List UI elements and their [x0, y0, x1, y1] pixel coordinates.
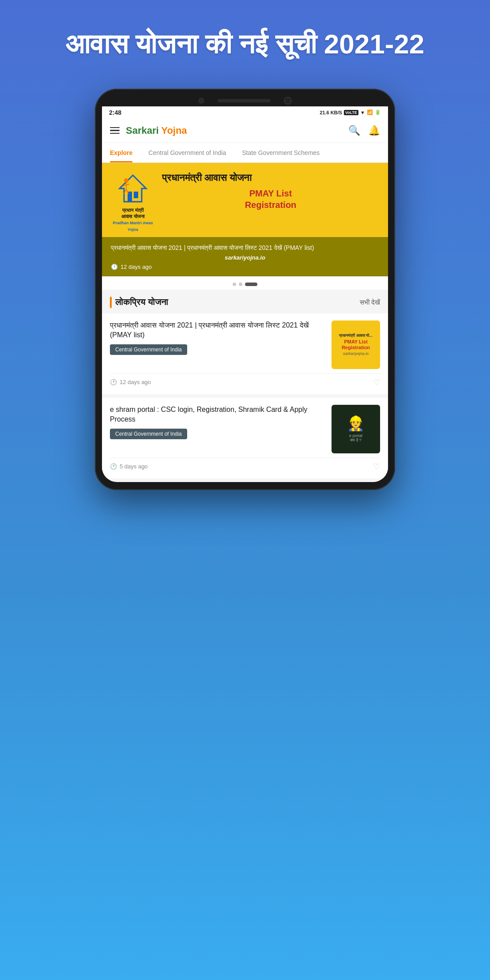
see-all-button[interactable]: सभी देखें: [360, 298, 380, 306]
banner-logo-hindi-text: प्रधान मंत्रीआवास योजना Pradhan Mantri A…: [111, 207, 155, 233]
card-shram-time: 🕐 5 days ago: [110, 463, 148, 470]
card-shram[interactable]: e shram portal : CSC login, Registration…: [102, 398, 388, 479]
card-shram-thumbnail: 👷 e portalक्या है ?: [332, 405, 380, 453]
logo-yojna: Yojna: [159, 125, 187, 136]
thumb-mini-hindi: प्रधानमंत्री आवास यो...: [339, 333, 373, 338]
tab-explore[interactable]: Explore: [102, 143, 140, 162]
pmay-logo-icon: [115, 172, 151, 207]
card-shram-footer: 🕐 5 days ago ♡: [110, 458, 380, 471]
pmay-registration-text: PMAY List Registration: [162, 188, 379, 211]
banner-main-title: प्रधानमंत्री आवास योजना: [162, 172, 379, 185]
hamburger-line-1: [110, 127, 120, 128]
clock-icon: 🕐: [111, 264, 118, 270]
banner-logo-eng-text: Pradhan Mantri Awas Yojna: [113, 221, 153, 232]
banner-site-url: sarkariyojna.io: [111, 254, 379, 261]
banner-dark-section: प्रधानमंत्री आवास योजना 2021 | प्रधानमंत…: [102, 237, 388, 276]
carousel-dot-1[interactable]: [233, 283, 236, 286]
card-shram-inner: e shram portal : CSC login, Registration…: [110, 405, 380, 453]
search-icon[interactable]: 🔍: [348, 125, 360, 136]
app-header: Sarkari Yojna 🔍 🔔: [102, 119, 388, 143]
card-pmay-tag[interactable]: Central Government of India: [110, 344, 187, 355]
status-time: 2:48: [109, 109, 121, 116]
carousel-dots: [102, 276, 388, 290]
carousel-dot-2[interactable]: [239, 283, 242, 286]
tab-state-government[interactable]: State Government Schemes: [234, 143, 328, 162]
status-icons: 21.6 KB/S VoLTE ▼ 📶 🔋: [320, 109, 381, 115]
card-pmay-time: 🕐 12 days ago: [110, 379, 151, 385]
card-pmay-heart-icon[interactable]: ♡: [373, 377, 380, 387]
navigation-tabs: Explore Central Government of India Stat…: [102, 143, 388, 163]
thumb-site-text: sarkariyojna.io: [343, 351, 369, 356]
phone-hardware: [102, 97, 388, 105]
svg-marker-0: [120, 175, 146, 202]
tab-central-government[interactable]: Central Government of India: [140, 143, 234, 162]
section-title-wrapper: लोकप्रिय योजना: [110, 297, 168, 308]
header-right: 🔍 🔔: [348, 125, 380, 136]
hamburger-line-3: [110, 133, 120, 134]
banner-time: 🕐 12 days ago: [111, 264, 379, 270]
banner-description-text: प्रधानमंत्री आवास योजना 2021 | प्रधानमंत…: [111, 243, 379, 253]
signal-icon: 📶: [367, 109, 373, 115]
battery-icon: 🔋: [375, 109, 381, 115]
hamburger-menu[interactable]: [110, 127, 120, 134]
card-shram-title: e shram portal : CSC login, Registration…: [110, 405, 325, 425]
app-screen: 2:48 21.6 KB/S VoLTE ▼ 📶 🔋: [102, 106, 388, 482]
page-title: आवास योजना की नई सूची 2021-22: [18, 26, 472, 62]
card-pmay-title: प्रधानमंत्री आवास योजना 2021 | प्रधानमंत…: [110, 320, 325, 340]
notification-bell-icon[interactable]: 🔔: [368, 125, 380, 136]
svg-rect-2: [134, 192, 138, 198]
speaker-bar: [218, 99, 271, 102]
card-shram-clock-icon: 🕐: [110, 463, 117, 470]
phone-frame: 2:48 21.6 KB/S VoLTE ▼ 📶 🔋: [95, 89, 395, 490]
hero-section: आवास योजना की नई सूची 2021-22: [0, 0, 490, 80]
status-bar: 2:48 21.6 KB/S VoLTE ▼ 📶 🔋: [102, 106, 388, 119]
card-shram-heart-icon[interactable]: ♡: [373, 462, 380, 471]
banner-content: प्रधान मंत्रीआवास योजना Pradhan Mantri A…: [111, 172, 379, 233]
app-logo: Sarkari Yojna: [126, 125, 187, 136]
hero-banner[interactable]: प्रधान मंत्रीआवास योजना Pradhan Mantri A…: [102, 163, 388, 276]
banner-logo: प्रधान मंत्रीआवास योजना Pradhan Mantri A…: [111, 172, 155, 233]
card-pmay-thumbnail: प्रधानमंत्री आवास यो... PMAY ListRegistr…: [332, 320, 380, 369]
wifi-icon: ▼: [360, 110, 365, 115]
front-camera: [284, 97, 292, 105]
card-pmay-footer: 🕐 12 days ago ♡: [110, 373, 380, 387]
card-pmay-text: प्रधानमंत्री आवास योजना 2021 | प्रधानमंत…: [110, 320, 325, 355]
popular-section-header: लोकप्रिय योजना सभी देखें: [102, 290, 388, 313]
card-shram-tag[interactable]: Central Government of India: [110, 429, 187, 439]
volte-badge: VoLTE: [344, 110, 358, 115]
thumb-pmay-text: PMAY ListRegistration: [342, 339, 370, 351]
popular-section-title: लोकप्रिय योजना: [115, 297, 168, 307]
header-left: Sarkari Yojna: [110, 125, 187, 136]
card-pmay-inner: प्रधानमंत्री आवास योजना 2021 | प्रधानमंत…: [110, 320, 380, 369]
section-accent-bar: [110, 297, 112, 308]
hamburger-line-2: [110, 130, 120, 131]
shram-figure-icon: 👷: [347, 415, 365, 432]
phone-mockup: 2:48 21.6 KB/S VoLTE ▼ 📶 🔋: [0, 80, 490, 516]
card-pmay-clock-icon: 🕐: [110, 379, 117, 385]
speed-indicator: 21.6 KB/S: [320, 110, 342, 115]
card-shram-text: e shram portal : CSC login, Registration…: [110, 405, 325, 440]
logo-sarkari: Sarkari: [126, 125, 159, 136]
banner-title-area: प्रधानमंत्री आवास योजना PMAY List Regist…: [162, 172, 379, 211]
banner-logo-inner: प्रधान मंत्रीआवास योजना Pradhan Mantri A…: [111, 172, 155, 233]
camera-dot: [198, 98, 204, 104]
shram-portal-text: e portalक्या है ?: [349, 433, 362, 443]
carousel-dot-3-active[interactable]: [245, 283, 257, 286]
card-pmay[interactable]: प्रधानमंत्री आवास योजना 2021 | प्रधानमंत…: [102, 313, 388, 394]
svg-point-3: [124, 178, 128, 183]
